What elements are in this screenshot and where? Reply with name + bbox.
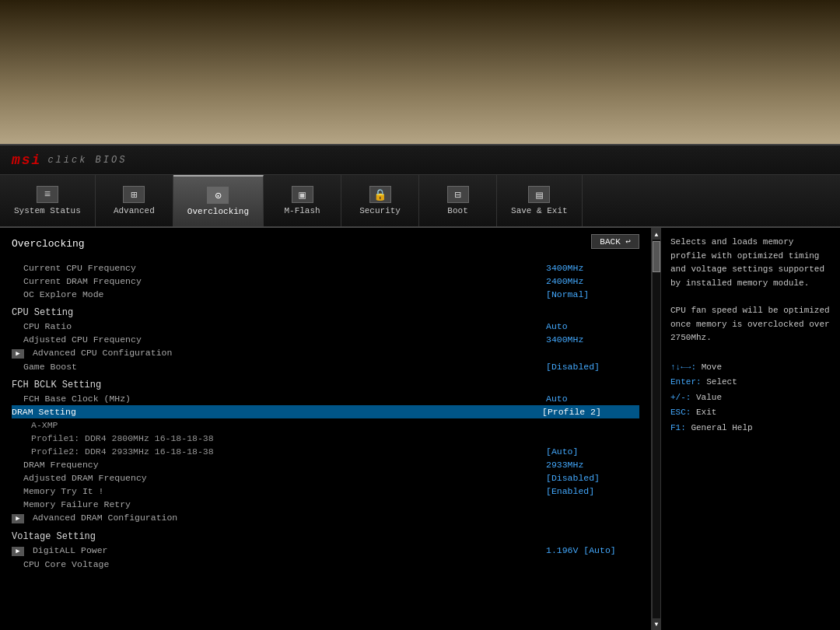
row-memory-try-label: Memory Try It !: [23, 486, 546, 496]
tab-overclocking[interactable]: ⊙ Overclocking: [173, 175, 264, 226]
security-icon: 🔒: [369, 186, 391, 203]
key-help: ↑↓←→: Move Enter: Select +/-: Value ESC:…: [670, 361, 831, 435]
row-adv-cpu-config-label: ▶ Advanced CPU Configuration: [12, 348, 639, 359]
key-f1-desc: General Help: [691, 423, 752, 432]
save-exit-icon: ▤: [528, 186, 550, 203]
row-axmp[interactable]: A-XMP: [12, 418, 639, 432]
row-adv-cpu-config[interactable]: ▶ Advanced CPU Configuration: [12, 346, 639, 360]
row-cpu-freq-label: Current CPU Frequency: [23, 263, 546, 273]
row-cpu-ratio-value: Auto: [546, 321, 639, 331]
left-panel: Overclocking BACK ↩ Current CPU Frequenc…: [0, 228, 652, 630]
bios-screen: msi click BIOS ≡ System Status ⊞ Advance…: [0, 144, 840, 630]
section-title: Overclocking: [12, 238, 85, 250]
row-profile2[interactable]: Profile2: DDR4 2933MHz 16-18-18-38 [Auto…: [12, 445, 639, 458]
overclocking-icon: ⊙: [207, 187, 229, 204]
row-game-boost-value: [Disabled]: [546, 362, 639, 372]
row-dram-setting-value: [Profile 2]: [542, 407, 635, 417]
system-status-icon: ≡: [37, 186, 58, 203]
key-enter: Enter: Select: [670, 376, 831, 389]
row-adj-cpu-freq: Adjusted CPU Frequency 3400MHz: [12, 333, 639, 346]
msi-logo: msi: [12, 152, 41, 168]
main-content: Overclocking BACK ↩ Current CPU Frequenc…: [0, 228, 840, 630]
row-cpu-core-voltage-label: CPU Core Voltage: [23, 559, 639, 569]
key-move-desc: Move: [702, 362, 722, 372]
arrow-icon: ▶: [12, 349, 24, 359]
tab-m-flash-label: M-Flash: [284, 206, 320, 215]
scrollbar-thumb[interactable]: [653, 241, 660, 272]
row-game-boost[interactable]: Game Boost [Disabled]: [12, 360, 639, 373]
scrollbar-up[interactable]: ▲: [653, 229, 660, 240]
tab-security-label: Security: [359, 206, 401, 215]
row-fch-header: FCH BCLK Setting: [12, 378, 639, 392]
bios-subtitle: click BIOS: [47, 155, 127, 166]
tab-overclocking-label: Overclocking: [187, 207, 249, 216]
row-cpu-core-voltage[interactable]: CPU Core Voltage: [12, 558, 639, 571]
key-value: +/-: Value: [670, 391, 831, 404]
row-profile1[interactable]: Profile1: DDR4 2800MHz 16-18-18-38: [12, 432, 639, 445]
tab-save-exit[interactable]: ▤ Save & Exit: [497, 175, 583, 226]
help-panel: Selects and loads memory profile with op…: [661, 228, 840, 630]
tab-m-flash[interactable]: ▣ M-Flash: [264, 175, 341, 226]
row-dram-setting-label: DRAM Setting: [12, 407, 542, 417]
row-memory-failure-label: Memory Failure Retry: [23, 499, 639, 509]
row-dram-freq2[interactable]: DRAM Frequency 2933MHz: [12, 458, 639, 471]
key-esc: ESC: Exit: [670, 406, 831, 419]
left-scroll-wrapper: Overclocking BACK ↩ Current CPU Frequenc…: [0, 228, 661, 630]
row-adj-cpu-freq-label: Adjusted CPU Frequency: [23, 334, 546, 345]
row-adj-dram-freq-label: Adjusted DRAM Frequency: [23, 473, 546, 483]
row-profile1-label: Profile1: DDR4 2800MHz 16-18-18-38: [31, 433, 639, 443]
tab-system-status[interactable]: ≡ System Status: [0, 175, 96, 226]
row-fch-clock[interactable]: FCH Base Clock (MHz) Auto: [12, 392, 639, 405]
row-cpu-freq: Current CPU Frequency 3400MHz: [12, 261, 639, 275]
advanced-icon: ⊞: [123, 186, 145, 203]
row-cpu-ratio[interactable]: CPU Ratio Auto: [12, 320, 639, 333]
row-voltage-header-label: Voltage Setting: [12, 531, 639, 542]
row-adj-cpu-freq-value: 3400MHz: [546, 334, 639, 345]
row-memory-failure[interactable]: Memory Failure Retry: [12, 498, 639, 511]
row-dram-freq-label: Current DRAM Frequency: [23, 276, 546, 286]
row-voltage-header: Voltage Setting: [12, 530, 639, 544]
row-fch-clock-value: Auto: [546, 394, 639, 404]
row-oc-explore-value: [Normal]: [546, 289, 639, 299]
tab-save-exit-label: Save & Exit: [511, 206, 568, 215]
row-memory-try[interactable]: Memory Try It ! [Enabled]: [12, 485, 639, 498]
row-oc-explore-label: OC Explore Mode: [23, 289, 546, 299]
row-fch-header-label: FCH BCLK Setting: [12, 380, 639, 390]
row-cpu-ratio-label: CPU Ratio: [23, 321, 546, 331]
tab-boot-label: Boot: [447, 206, 467, 215]
row-adv-dram-config[interactable]: ▶ Advanced DRAM Configuration: [12, 511, 639, 525]
tab-security[interactable]: 🔒 Security: [341, 175, 419, 226]
row-profile2-value: [Auto]: [546, 446, 639, 457]
row-axmp-label: A-XMP: [31, 420, 639, 430]
row-cpu-setting-label: CPU Setting: [12, 307, 639, 318]
help-description: Selects and loads memory profile with op…: [670, 236, 831, 345]
m-flash-icon: ▣: [292, 186, 313, 203]
row-cpu-setting-header: CPU Setting: [12, 306, 639, 320]
scrollbar[interactable]: ▲ ▼: [652, 228, 661, 630]
row-cpu-freq-value: 3400MHz: [546, 263, 639, 273]
key-esc-key: ESC:: [670, 408, 691, 417]
key-enter-desc: Select: [706, 377, 737, 387]
row-dram-freq-value: 2400MHz: [546, 276, 639, 286]
row-dram-setting[interactable]: DRAM Setting [Profile 2]: [12, 405, 639, 418]
row-digitall-power-value: 1.196V [Auto]: [546, 545, 639, 556]
row-digitall-power[interactable]: ▶ DigitALL Power 1.196V [Auto]: [12, 544, 639, 558]
row-oc-explore[interactable]: OC Explore Mode [Normal]: [12, 288, 639, 301]
row-memory-try-value: [Enabled]: [546, 486, 639, 496]
bios-header: msi click BIOS: [0, 145, 840, 175]
tab-advanced-label: Advanced: [114, 206, 155, 215]
key-esc-desc: Exit: [696, 408, 716, 417]
key-f1-key: F1:: [670, 423, 686, 432]
key-enter-key: Enter:: [670, 377, 702, 387]
row-digitall-power-label: ▶ DigitALL Power: [12, 545, 546, 556]
row-adj-dram-freq[interactable]: Adjusted DRAM Frequency [Disabled]: [12, 471, 639, 485]
scrollbar-down[interactable]: ▼: [653, 618, 660, 629]
row-dram-freq: Current DRAM Frequency 2400MHz: [12, 275, 639, 288]
row-dram-freq2-value: 2933MHz: [546, 460, 639, 470]
arrow-icon-2: ▶: [12, 514, 24, 523]
tab-advanced[interactable]: ⊞ Advanced: [96, 175, 173, 226]
back-button[interactable]: BACK ↩: [591, 234, 639, 249]
key-move: ↑↓←→: Move: [670, 361, 831, 374]
tab-boot[interactable]: ⊟ Boot: [419, 175, 497, 226]
key-value-desc: Value: [696, 393, 722, 402]
